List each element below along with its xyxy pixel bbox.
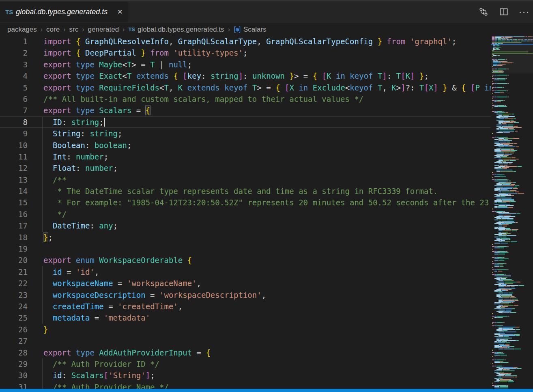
code-line[interactable]: 19 — [0, 243, 491, 254]
symbol-type-icon — [234, 26, 241, 33]
line-number[interactable]: 19 — [0, 243, 28, 254]
line-number[interactable]: 27 — [0, 335, 28, 347]
line-number[interactable]: 7 — [0, 105, 28, 116]
code-line[interactable]: 25 metadata = 'metadata' — [0, 312, 491, 323]
line-number[interactable]: 21 — [0, 266, 28, 278]
breadcrumb-separator: › — [82, 26, 84, 33]
line-number[interactable]: 3 — [0, 59, 28, 70]
code-line[interactable]: 4export type Exact<T extends { [key: str… — [0, 70, 491, 82]
line-number[interactable]: 24 — [0, 301, 28, 312]
line-number[interactable]: 9 — [0, 128, 28, 139]
line-number[interactable]: 10 — [0, 140, 28, 151]
tab-global-db-types-generated[interactable]: TS global.db.types.generated.ts ✕ — [0, 2, 128, 22]
code-line[interactable]: 8 ID: string; — [0, 116, 491, 128]
more-actions-icon[interactable]: ··· — [519, 7, 529, 17]
minimap[interactable] — [491, 36, 533, 389]
code-line[interactable]: 14 * The DateTime scalar type represents… — [0, 185, 491, 197]
code-line[interactable]: 3export type Maybe<T> = T | null; — [0, 59, 491, 70]
code-line[interactable]: 10 Boolean: boolean; — [0, 140, 491, 151]
line-number[interactable]: 23 — [0, 289, 28, 301]
line-number[interactable]: 22 — [0, 278, 28, 289]
line-number[interactable]: 16 — [0, 209, 28, 220]
line-number[interactable]: 18 — [0, 232, 28, 243]
line-number[interactable]: 15 — [0, 197, 28, 208]
code-line[interactable]: 26} — [0, 324, 491, 335]
line-number[interactable]: 17 — [0, 220, 28, 231]
tab-bar: TS global.db.types.generated.ts ✕ — [0, 0, 533, 23]
breadcrumb-separator: › — [41, 26, 43, 33]
line-number[interactable]: 4 — [0, 70, 28, 82]
editor-actions: ··· — [479, 7, 529, 17]
code-line[interactable]: 16 */ — [0, 209, 491, 220]
line-number[interactable]: 25 — [0, 312, 28, 323]
breadcrumb: packages › core › src › generated › TS g… — [0, 23, 533, 36]
line-number[interactable]: 8 — [0, 117, 28, 127]
line-number[interactable]: 11 — [0, 151, 28, 162]
code-line[interactable]: 12 Float: number; — [0, 162, 491, 174]
code-line[interactable]: 30 id: Scalars['String']; — [0, 370, 491, 381]
breadcrumb-item-generated[interactable]: generated — [88, 26, 119, 34]
line-number[interactable]: 13 — [0, 174, 28, 185]
breadcrumb-item-src[interactable]: src — [69, 26, 79, 34]
line-number[interactable]: 28 — [0, 347, 28, 358]
code-line[interactable]: 15 * For example: "1985-04-12T23:20:50.5… — [0, 197, 491, 208]
status-bar[interactable] — [0, 389, 533, 392]
line-number[interactable]: 20 — [0, 254, 28, 266]
code-line[interactable]: 18}; — [0, 232, 491, 243]
line-number[interactable]: 6 — [0, 93, 28, 105]
code-line[interactable]: 2import { DeepPartial } from 'utility-ty… — [0, 47, 491, 58]
code-area: 1import { GraphQLResolveInfo, GraphQLSca… — [0, 36, 491, 392]
line-number[interactable]: 1 — [0, 36, 28, 47]
code-line[interactable]: 13 /** — [0, 174, 491, 185]
code-line[interactable]: 11 Int: number; — [0, 151, 491, 162]
breadcrumb-item-file[interactable]: global.db.types.generated.ts — [138, 26, 224, 34]
code-line[interactable]: 23 workspaceDescription = 'workspaceDesc… — [0, 289, 491, 301]
code-line[interactable]: 17 DateTime: any; — [0, 220, 491, 231]
code-editor: 1import { GraphQLResolveInfo, GraphQLSca… — [0, 36, 491, 392]
breadcrumb-item-symbol[interactable]: Scalars — [243, 26, 266, 34]
close-tab-icon[interactable]: ✕ — [116, 7, 124, 17]
line-number[interactable]: 30 — [0, 370, 28, 381]
code-line[interactable]: 29 /** Auth Provider ID */ — [0, 358, 491, 370]
typescript-file-icon: TS — [128, 26, 135, 32]
code-line[interactable]: 6/** All built-in and custom scalars, ma… — [0, 93, 491, 105]
open-changes-icon[interactable] — [479, 7, 488, 17]
code-line[interactable]: 1import { GraphQLResolveInfo, GraphQLSca… — [0, 36, 491, 47]
code-line[interactable]: 5export type RequireFields<T, K extends … — [0, 82, 491, 93]
breadcrumb-item-core[interactable]: core — [46, 26, 60, 34]
code-line[interactable]: 20export enum WorkspaceOrderable { — [0, 254, 491, 266]
vscode-window: TS global.db.types.generated.ts ✕ — [0, 0, 533, 392]
code-line[interactable]: 22 workspaceName = 'workspaceName', — [0, 278, 491, 289]
line-number[interactable]: 12 — [0, 162, 28, 174]
tab-title: global.db.types.generated.ts — [16, 8, 113, 16]
line-number[interactable]: 2 — [0, 47, 28, 58]
code-line[interactable]: 7export type Scalars = { — [0, 105, 491, 116]
breadcrumb-item-packages[interactable]: packages — [7, 26, 37, 34]
line-number[interactable]: 29 — [0, 358, 28, 370]
code-line[interactable]: 21 id = 'id', — [0, 266, 491, 278]
text-cursor — [104, 118, 105, 127]
line-number[interactable]: 14 — [0, 185, 28, 197]
breadcrumb-separator: › — [123, 26, 125, 33]
code-line[interactable]: 24 createdTime = 'createdTime', — [0, 301, 491, 312]
line-number[interactable]: 26 — [0, 324, 28, 335]
typescript-file-icon: TS — [5, 9, 13, 15]
breadcrumb-separator: › — [228, 26, 230, 33]
code-line[interactable]: 27 — [0, 335, 491, 347]
split-editor-icon[interactable] — [499, 7, 509, 17]
breadcrumb-separator: › — [63, 26, 65, 33]
line-number[interactable]: 5 — [0, 82, 28, 93]
code-line[interactable]: 9 String: string; — [0, 128, 491, 139]
code-line[interactable]: 28export type AddAuthProviderInput = { — [0, 347, 491, 358]
